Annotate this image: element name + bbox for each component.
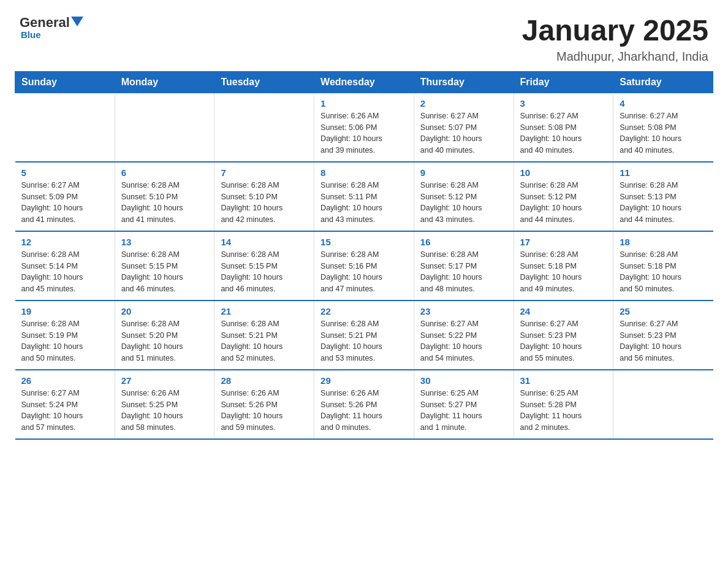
day-info: Sunrise: 6:27 AM Sunset: 5:23 PM Dayligh… — [620, 318, 707, 364]
day-info: Sunrise: 6:28 AM Sunset: 5:10 PM Dayligh… — [221, 180, 308, 226]
day-info: Sunrise: 6:28 AM Sunset: 5:18 PM Dayligh… — [620, 249, 707, 295]
day-number: 15 — [320, 237, 408, 247]
calendar-cell — [115, 93, 214, 162]
calendar-cell: 9Sunrise: 6:28 AM Sunset: 5:12 PM Daylig… — [414, 162, 514, 231]
day-info: Sunrise: 6:28 AM Sunset: 5:12 PM Dayligh… — [420, 180, 507, 226]
day-number: 11 — [620, 167, 707, 178]
day-info: Sunrise: 6:27 AM Sunset: 5:23 PM Dayligh… — [520, 318, 607, 364]
calendar-cell: 13Sunrise: 6:28 AM Sunset: 5:15 PM Dayli… — [115, 231, 214, 301]
day-info: Sunrise: 6:28 AM Sunset: 5:20 PM Dayligh… — [121, 318, 208, 364]
day-number: 16 — [420, 237, 507, 247]
day-info: Sunrise: 6:26 AM Sunset: 5:25 PM Dayligh… — [121, 388, 208, 434]
day-number: 20 — [121, 306, 208, 316]
calendar-cell — [214, 93, 314, 162]
calendar-cell: 21Sunrise: 6:28 AM Sunset: 5:21 PM Dayli… — [214, 301, 314, 370]
day-number: 9 — [420, 167, 507, 178]
day-number: 7 — [221, 167, 308, 178]
calendar-cell: 11Sunrise: 6:28 AM Sunset: 5:13 PM Dayli… — [613, 162, 713, 231]
day-number: 31 — [520, 375, 607, 386]
logo-triangle-icon — [71, 17, 83, 26]
day-info: Sunrise: 6:28 AM Sunset: 5:18 PM Dayligh… — [520, 249, 607, 295]
calendar-title: January 2025 — [522, 15, 708, 47]
calendar-cell: 5Sunrise: 6:27 AM Sunset: 5:09 PM Daylig… — [15, 162, 115, 231]
week-row-5: 26Sunrise: 6:27 AM Sunset: 5:24 PM Dayli… — [15, 370, 713, 439]
day-info: Sunrise: 6:27 AM Sunset: 5:07 PM Dayligh… — [420, 110, 507, 156]
calendar-cell: 29Sunrise: 6:26 AM Sunset: 5:26 PM Dayli… — [314, 370, 414, 439]
day-number: 25 — [620, 306, 707, 316]
day-info: Sunrise: 6:25 AM Sunset: 5:27 PM Dayligh… — [420, 388, 507, 434]
calendar-cell: 8Sunrise: 6:28 AM Sunset: 5:11 PM Daylig… — [314, 162, 414, 231]
day-info: Sunrise: 6:27 AM Sunset: 5:08 PM Dayligh… — [520, 110, 607, 156]
weekday-header-saturday: Saturday — [613, 71, 713, 93]
calendar-body: 1Sunrise: 6:26 AM Sunset: 5:06 PM Daylig… — [15, 93, 713, 439]
day-info: Sunrise: 6:28 AM Sunset: 5:15 PM Dayligh… — [121, 249, 208, 295]
logo-general-text: General — [20, 15, 70, 31]
day-number: 22 — [320, 306, 408, 316]
calendar-table: SundayMondayTuesdayWednesdayThursdayFrid… — [15, 71, 713, 440]
calendar-cell — [613, 370, 713, 439]
calendar-cell: 4Sunrise: 6:27 AM Sunset: 5:08 PM Daylig… — [613, 93, 713, 162]
day-number: 12 — [21, 237, 108, 247]
weekday-header-sunday: Sunday — [15, 71, 115, 93]
calendar-cell: 28Sunrise: 6:26 AM Sunset: 5:26 PM Dayli… — [214, 370, 314, 439]
logo-text: General — [20, 15, 83, 31]
weekday-header-wednesday: Wednesday — [314, 71, 414, 93]
day-number: 29 — [320, 375, 408, 386]
logo-blue-text: Blue — [21, 29, 41, 40]
day-info: Sunrise: 6:28 AM Sunset: 5:11 PM Dayligh… — [320, 180, 408, 226]
weekday-header-tuesday: Tuesday — [214, 71, 314, 93]
day-number: 10 — [520, 167, 607, 178]
day-info: Sunrise: 6:28 AM Sunset: 5:19 PM Dayligh… — [21, 318, 108, 364]
day-info: Sunrise: 6:28 AM Sunset: 5:13 PM Dayligh… — [620, 180, 707, 226]
day-number: 3 — [520, 98, 607, 109]
day-info: Sunrise: 6:28 AM Sunset: 5:21 PM Dayligh… — [221, 318, 308, 364]
day-info: Sunrise: 6:28 AM Sunset: 5:17 PM Dayligh… — [420, 249, 507, 295]
weekday-header-monday: Monday — [115, 71, 214, 93]
day-number: 17 — [520, 237, 607, 247]
weekday-row: SundayMondayTuesdayWednesdayThursdayFrid… — [15, 71, 713, 93]
day-number: 6 — [121, 167, 208, 178]
day-number: 24 — [520, 306, 607, 316]
day-number: 19 — [21, 306, 108, 316]
calendar-cell: 19Sunrise: 6:28 AM Sunset: 5:19 PM Dayli… — [15, 301, 115, 370]
day-number: 1 — [320, 98, 408, 109]
calendar-cell: 6Sunrise: 6:28 AM Sunset: 5:10 PM Daylig… — [115, 162, 214, 231]
calendar-cell: 10Sunrise: 6:28 AM Sunset: 5:12 PM Dayli… — [514, 162, 613, 231]
calendar-cell — [15, 93, 115, 162]
calendar-cell: 31Sunrise: 6:25 AM Sunset: 5:28 PM Dayli… — [514, 370, 613, 439]
week-row-3: 12Sunrise: 6:28 AM Sunset: 5:14 PM Dayli… — [15, 231, 713, 301]
calendar-cell: 22Sunrise: 6:28 AM Sunset: 5:21 PM Dayli… — [314, 301, 414, 370]
day-info: Sunrise: 6:27 AM Sunset: 5:09 PM Dayligh… — [21, 180, 108, 226]
day-number: 26 — [21, 375, 108, 386]
weekday-header-friday: Friday — [514, 71, 613, 93]
calendar-cell: 7Sunrise: 6:28 AM Sunset: 5:10 PM Daylig… — [214, 162, 314, 231]
day-number: 28 — [221, 375, 308, 386]
day-info: Sunrise: 6:25 AM Sunset: 5:28 PM Dayligh… — [520, 388, 607, 434]
day-info: Sunrise: 6:28 AM Sunset: 5:12 PM Dayligh… — [520, 180, 607, 226]
day-info: Sunrise: 6:28 AM Sunset: 5:14 PM Dayligh… — [21, 249, 108, 295]
calendar-cell: 18Sunrise: 6:28 AM Sunset: 5:18 PM Dayli… — [613, 231, 713, 301]
day-info: Sunrise: 6:26 AM Sunset: 5:26 PM Dayligh… — [221, 388, 308, 434]
week-row-2: 5Sunrise: 6:27 AM Sunset: 5:09 PM Daylig… — [15, 162, 713, 231]
day-number: 30 — [420, 375, 507, 386]
calendar-cell: 2Sunrise: 6:27 AM Sunset: 5:07 PM Daylig… — [414, 93, 514, 162]
day-number: 21 — [221, 306, 308, 316]
calendar-cell: 30Sunrise: 6:25 AM Sunset: 5:27 PM Dayli… — [414, 370, 514, 439]
weekday-header-thursday: Thursday — [414, 71, 514, 93]
calendar-cell: 3Sunrise: 6:27 AM Sunset: 5:08 PM Daylig… — [514, 93, 613, 162]
calendar-header: SundayMondayTuesdayWednesdayThursdayFrid… — [15, 71, 713, 93]
calendar-cell: 20Sunrise: 6:28 AM Sunset: 5:20 PM Dayli… — [115, 301, 214, 370]
day-number: 5 — [21, 167, 108, 178]
calendar-cell: 1Sunrise: 6:26 AM Sunset: 5:06 PM Daylig… — [314, 93, 414, 162]
calendar-cell: 17Sunrise: 6:28 AM Sunset: 5:18 PM Dayli… — [514, 231, 613, 301]
day-number: 18 — [620, 237, 707, 247]
header: General Blue January 2025 Madhupur, Jhar… — [0, 0, 728, 71]
calendar-cell: 27Sunrise: 6:26 AM Sunset: 5:25 PM Dayli… — [115, 370, 214, 439]
calendar-cell: 15Sunrise: 6:28 AM Sunset: 5:16 PM Dayli… — [314, 231, 414, 301]
day-info: Sunrise: 6:28 AM Sunset: 5:21 PM Dayligh… — [320, 318, 408, 364]
calendar-cell: 25Sunrise: 6:27 AM Sunset: 5:23 PM Dayli… — [613, 301, 713, 370]
calendar-cell: 23Sunrise: 6:27 AM Sunset: 5:22 PM Dayli… — [414, 301, 514, 370]
day-info: Sunrise: 6:26 AM Sunset: 5:26 PM Dayligh… — [320, 388, 408, 434]
day-info: Sunrise: 6:27 AM Sunset: 5:08 PM Dayligh… — [620, 110, 707, 156]
day-info: Sunrise: 6:28 AM Sunset: 5:10 PM Dayligh… — [121, 180, 208, 226]
